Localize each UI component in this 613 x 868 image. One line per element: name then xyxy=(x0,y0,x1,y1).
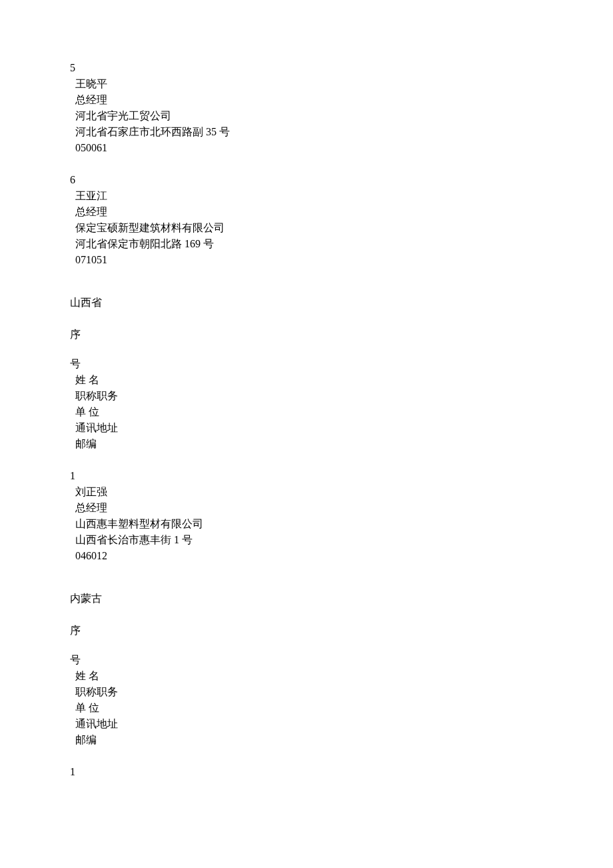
entry-title: 总经理 xyxy=(75,204,543,220)
entry-org: 山西惠丰塑料型材有限公司 xyxy=(75,516,543,532)
header-title: 职称职务 xyxy=(75,684,543,700)
header-hao: 号 xyxy=(70,356,543,372)
header-address: 通讯地址 xyxy=(75,420,543,436)
header-address: 通讯地址 xyxy=(75,716,543,732)
header-name: 姓 名 xyxy=(75,668,543,684)
header-org: 单 位 xyxy=(75,404,543,420)
entry-title: 总经理 xyxy=(75,500,543,516)
entry-address: 山西省长治市惠丰街 1 号 xyxy=(75,532,543,548)
header-title: 职称职务 xyxy=(75,388,543,404)
entry-postcode: 050061 xyxy=(75,140,543,156)
header-postcode: 邮编 xyxy=(75,436,543,452)
entry-number: 5 xyxy=(70,60,543,76)
entry-title: 总经理 xyxy=(75,92,543,108)
entry-6: 6 王亚江 总经理 保定宝硕新型建筑材料有限公司 河北省保定市朝阳北路 169 … xyxy=(70,172,543,268)
entry-postcode: 046012 xyxy=(75,548,543,564)
entry-name: 王晓平 xyxy=(75,76,543,92)
header-name: 姓 名 xyxy=(75,372,543,388)
header-block: 号 姓 名 职称职务 单 位 通讯地址 邮编 xyxy=(70,652,543,748)
header-xu: 序 xyxy=(70,327,543,343)
section-title-neimenggu: 内蒙古 xyxy=(70,591,543,607)
entry-org: 河北省宇光工贸公司 xyxy=(75,108,543,124)
entry-neimenggu-1: 1 xyxy=(70,764,543,780)
header-xu: 序 xyxy=(70,623,543,639)
entry-address: 河北省保定市朝阳北路 169 号 xyxy=(75,236,543,252)
entry-number: 1 xyxy=(70,764,543,780)
entry-shanxi-1: 1 刘正强 总经理 山西惠丰塑料型材有限公司 山西省长治市惠丰街 1 号 046… xyxy=(70,468,543,564)
section-title-shanxi: 山西省 xyxy=(70,295,543,311)
entry-address: 河北省石家庄市北环西路副 35 号 xyxy=(75,124,543,140)
entry-number: 6 xyxy=(70,172,543,188)
entry-number: 1 xyxy=(70,468,543,484)
entry-postcode: 071051 xyxy=(75,252,543,268)
entry-name: 刘正强 xyxy=(75,484,543,500)
entry-org: 保定宝硕新型建筑材料有限公司 xyxy=(75,220,543,236)
header-block: 号 姓 名 职称职务 单 位 通讯地址 邮编 xyxy=(70,356,543,452)
entry-5: 5 王晓平 总经理 河北省宇光工贸公司 河北省石家庄市北环西路副 35 号 05… xyxy=(70,60,543,156)
entry-name: 王亚江 xyxy=(75,188,543,204)
header-postcode: 邮编 xyxy=(75,732,543,748)
header-hao: 号 xyxy=(70,652,543,668)
header-org: 单 位 xyxy=(75,700,543,716)
